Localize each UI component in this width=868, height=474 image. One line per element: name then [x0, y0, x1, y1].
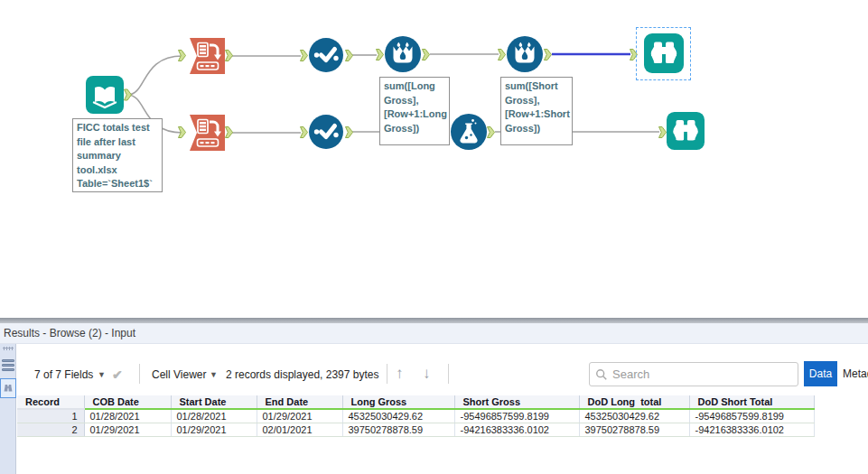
toolbar-divider — [448, 364, 449, 384]
input-anchor[interactable] — [659, 127, 667, 138]
results-browse-view-button[interactable] — [0, 378, 16, 398]
output-anchor[interactable] — [488, 127, 495, 138]
column-header[interactable]: Start Date — [171, 395, 257, 409]
scroll-down-button[interactable]: ↓ — [423, 363, 431, 385]
formula2-annotation[interactable]: sum([Short Gross], [Row+1:Short Gross]) — [500, 77, 573, 145]
binoculars-icon — [2, 382, 14, 395]
browse-tool-2[interactable] — [667, 112, 705, 150]
column-header[interactable]: Record — [17, 395, 84, 409]
table-cell[interactable]: 45325030429.62 — [579, 409, 689, 423]
output-anchor[interactable] — [346, 127, 353, 138]
output-anchor[interactable] — [226, 51, 233, 61]
table-cell[interactable]: 01/29/2021 — [171, 423, 257, 437]
results-panel-title: Results - Browse (2) - Input — [0, 323, 868, 344]
column-header[interactable]: DoD Short Total — [689, 395, 814, 409]
connection-input-to-transform1[interactable] — [127, 56, 182, 95]
chevron-down-icon[interactable]: ▼ — [98, 364, 106, 386]
table-arrow-icon — [187, 38, 225, 74]
bucket-droplet-icon — [507, 36, 543, 72]
tab-data[interactable]: Data — [804, 361, 837, 386]
binoculars-icon — [644, 33, 684, 73]
flask-icon — [451, 114, 487, 150]
transform-tool-1[interactable] — [187, 38, 225, 74]
input-anchor[interactable] — [377, 50, 384, 60]
search-box[interactable] — [589, 362, 798, 386]
results-body: 7 of 7 Fields ▼ ✔ Cell Viewer ▼ 2 record… — [0, 344, 868, 474]
output-anchor[interactable] — [346, 51, 353, 61]
multi-row-formula-tool-1[interactable] — [385, 36, 421, 72]
records-count-label: 2 records displayed, 2397 bytes — [226, 364, 378, 386]
output-anchor[interactable] — [545, 50, 552, 60]
scroll-up-button[interactable]: ↑ — [396, 363, 404, 385]
input-anchor[interactable] — [499, 50, 506, 60]
table-row[interactable]: 1 01/28/2021 01/28/2021 01/29/2021 45325… — [17, 409, 814, 423]
toolbar-divider — [387, 364, 387, 384]
select-tool-2[interactable] — [309, 115, 343, 149]
search-icon — [595, 368, 608, 381]
record-number-cell: 1 — [17, 409, 84, 423]
table-cell[interactable]: 01/28/2021 — [171, 409, 257, 423]
column-header[interactable]: End Date — [257, 395, 342, 409]
results-sidebar — [0, 344, 16, 474]
apply-check-icon[interactable]: ✔ — [112, 364, 123, 386]
transform-tool-2[interactable] — [187, 115, 225, 151]
multi-row-formula-tool-2[interactable] — [507, 36, 543, 72]
output-anchor[interactable] — [125, 89, 132, 100]
output-anchor[interactable] — [423, 50, 430, 60]
workflow-canvas[interactable]: FICC totals test file after last summary… — [0, 0, 868, 318]
table-cell[interactable]: -95496857599.8199 — [454, 409, 579, 423]
results-grid-view-button[interactable] — [2, 359, 14, 371]
table-header-row: Record COB Date Start Date End Date Long… — [17, 395, 814, 409]
toolbar-divider — [139, 364, 140, 384]
output-anchor[interactable] — [226, 127, 233, 138]
search-input[interactable] — [612, 367, 784, 381]
column-header[interactable]: COB Date — [84, 395, 171, 409]
check-dots-icon — [309, 115, 343, 149]
results-table[interactable]: Record COB Date Start Date End Date Long… — [17, 395, 815, 437]
tab-metadata[interactable]: Metadata — [843, 361, 868, 386]
formula-tool[interactable] — [451, 114, 487, 150]
book-icon — [86, 76, 124, 114]
formula1-annotation[interactable]: sum([Long Gross], [Row+1:Long Gross]) — [379, 77, 450, 145]
table-cell[interactable]: 01/29/2021 — [84, 423, 171, 437]
table-arrow-icon — [187, 115, 225, 151]
table-cell[interactable]: 01/28/2021 — [84, 409, 171, 423]
table-cell[interactable]: -94216383336.0102 — [454, 423, 579, 437]
binoculars-icon — [667, 112, 705, 150]
table-cell[interactable]: -95496857599.8199 — [689, 409, 814, 423]
chevron-down-icon[interactable]: ▼ — [210, 364, 218, 386]
record-number-cell: 2 — [17, 423, 84, 437]
table-cell[interactable]: 02/01/2021 — [257, 423, 342, 437]
browse-tool-1[interactable] — [644, 33, 684, 73]
table-cell[interactable]: 01/29/2021 — [257, 409, 342, 423]
column-header[interactable]: Short Gross — [454, 395, 579, 409]
table-cell[interactable]: 45325030429.62 — [342, 409, 454, 423]
table-row[interactable]: 2 01/29/2021 01/29/2021 02/01/2021 39750… — [17, 423, 814, 437]
column-header[interactable]: Long Gross — [342, 395, 454, 409]
table-cell[interactable]: 39750278878.59 — [579, 423, 689, 437]
input-anchor[interactable] — [301, 127, 308, 138]
input-data-tool[interactable] — [86, 76, 124, 114]
table-cell[interactable]: 39750278878.59 — [342, 423, 454, 437]
input-anchor[interactable] — [301, 51, 308, 61]
check-dots-icon — [309, 38, 343, 72]
bucket-droplet-icon — [385, 36, 421, 72]
cell-viewer-dropdown[interactable]: Cell Viewer — [152, 364, 206, 386]
input-tool-annotation[interactable]: FICC totals test file after last summary… — [72, 118, 163, 192]
select-tool-1[interactable] — [309, 38, 343, 72]
sidebar-grip-icon[interactable] — [3, 347, 14, 350]
fields-dropdown[interactable]: 7 of 7 Fields — [34, 364, 93, 386]
table-cell[interactable]: -94216383336.0102 — [689, 423, 814, 437]
column-header[interactable]: DoD Long total — [579, 395, 689, 409]
